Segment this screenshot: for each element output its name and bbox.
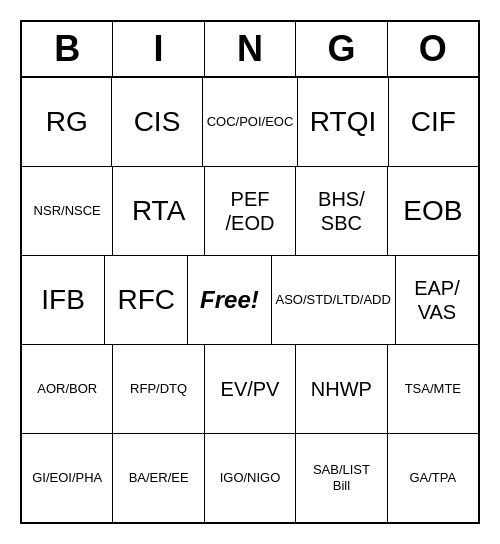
grid-row-0: RGCISCOC/POI/EOCRTQICIF: [22, 78, 478, 167]
cell-text-1-3: BHS/SBC: [318, 187, 365, 235]
grid-cell-2-2: Free!: [188, 256, 271, 344]
grid-cell-1-3: BHS/SBC: [296, 167, 387, 255]
grid-cell-4-3: SAB/LISTBill: [296, 434, 387, 522]
cell-text-1-0: NSR/NSCE: [34, 203, 101, 219]
grid-cell-1-0: NSR/NSCE: [22, 167, 113, 255]
header-cell-i: I: [113, 22, 204, 76]
cell-text-3-1: RFP/DTQ: [130, 381, 187, 397]
cell-text-4-3: SAB/LISTBill: [313, 462, 370, 493]
grid-row-1: NSR/NSCERTAPEF/EODBHS/SBCEOB: [22, 167, 478, 256]
grid-cell-3-3: NHWP: [296, 345, 387, 433]
bingo-grid: RGCISCOC/POI/EOCRTQICIFNSR/NSCERTAPEF/EO…: [22, 78, 478, 522]
cell-text-1-2: PEF/EOD: [226, 187, 275, 235]
cell-text-3-0: AOR/BOR: [37, 381, 97, 397]
header-cell-o: O: [388, 22, 478, 76]
grid-cell-3-4: TSA/MTE: [388, 345, 478, 433]
cell-text-0-1: CIS: [134, 105, 181, 139]
cell-text-4-1: BA/ER/EE: [129, 470, 189, 486]
cell-text-1-4: EOB: [403, 194, 462, 228]
grid-row-4: GI/EOI/PHABA/ER/EEIGO/NIGOSAB/LISTBillGA…: [22, 434, 478, 522]
cell-text-0-3: RTQI: [310, 105, 376, 139]
cell-text-1-1: RTA: [132, 194, 185, 228]
grid-cell-2-4: EAP/VAS: [396, 256, 478, 344]
header-cell-b: B: [22, 22, 113, 76]
cell-text-4-4: GA/TPA: [409, 470, 456, 486]
cell-text-2-2: Free!: [200, 286, 259, 315]
grid-cell-4-0: GI/EOI/PHA: [22, 434, 113, 522]
bingo-card: BINGO RGCISCOC/POI/EOCRTQICIFNSR/NSCERTA…: [20, 20, 480, 524]
grid-cell-0-2: COC/POI/EOC: [203, 78, 299, 166]
header-cell-g: G: [296, 22, 387, 76]
grid-cell-4-4: GA/TPA: [388, 434, 478, 522]
grid-cell-3-0: AOR/BOR: [22, 345, 113, 433]
grid-cell-3-2: EV/PV: [205, 345, 296, 433]
cell-text-0-4: CIF: [411, 105, 456, 139]
grid-cell-0-4: CIF: [389, 78, 478, 166]
grid-row-3: AOR/BORRFP/DTQEV/PVNHWPTSA/MTE: [22, 345, 478, 434]
grid-cell-3-1: RFP/DTQ: [113, 345, 204, 433]
grid-cell-0-3: RTQI: [298, 78, 388, 166]
cell-text-3-4: TSA/MTE: [405, 381, 461, 397]
grid-cell-2-0: IFB: [22, 256, 105, 344]
cell-text-4-2: IGO/NIGO: [220, 470, 281, 486]
cell-text-2-4: EAP/VAS: [414, 276, 460, 324]
cell-text-3-2: EV/PV: [221, 377, 280, 401]
grid-cell-1-2: PEF/EOD: [205, 167, 296, 255]
grid-cell-2-3: ASO/STD/LTD/ADD: [272, 256, 396, 344]
cell-text-4-0: GI/EOI/PHA: [32, 470, 102, 486]
cell-text-0-2: COC/POI/EOC: [207, 114, 294, 130]
grid-cell-4-2: IGO/NIGO: [205, 434, 296, 522]
grid-cell-1-1: RTA: [113, 167, 204, 255]
grid-cell-1-4: EOB: [388, 167, 478, 255]
cell-text-2-0: IFB: [41, 283, 85, 317]
header-row: BINGO: [22, 22, 478, 78]
cell-text-3-3: NHWP: [311, 377, 372, 401]
grid-cell-0-1: CIS: [112, 78, 202, 166]
grid-cell-4-1: BA/ER/EE: [113, 434, 204, 522]
grid-row-2: IFBRFCFree!ASO/STD/LTD/ADDEAP/VAS: [22, 256, 478, 345]
grid-cell-2-1: RFC: [105, 256, 188, 344]
cell-text-0-0: RG: [46, 105, 88, 139]
grid-cell-0-0: RG: [22, 78, 112, 166]
cell-text-2-1: RFC: [117, 283, 175, 317]
header-cell-n: N: [205, 22, 296, 76]
cell-text-2-3: ASO/STD/LTD/ADD: [276, 292, 391, 308]
